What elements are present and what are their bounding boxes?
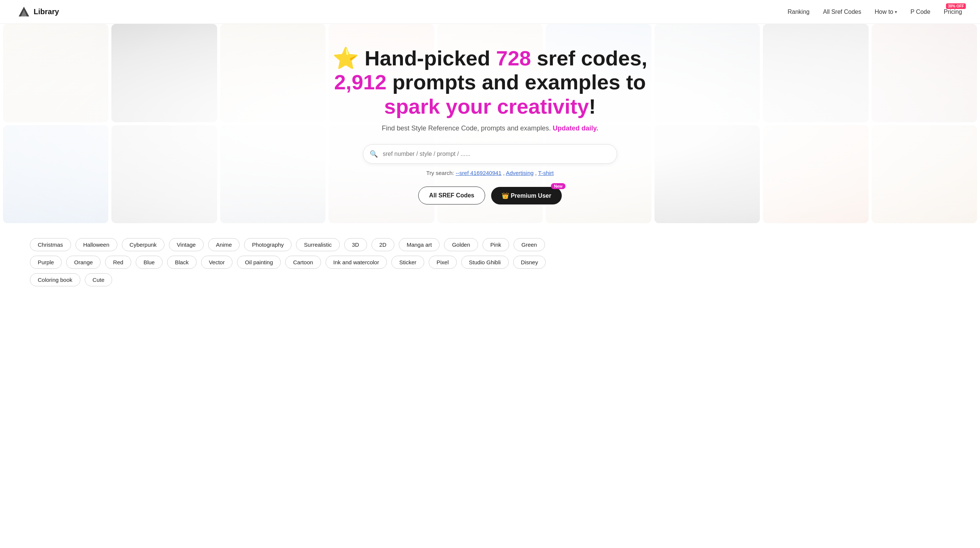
suggestion-advertising[interactable]: Advertising: [506, 170, 533, 176]
tag-black[interactable]: Black: [167, 256, 197, 269]
tag-cartoon[interactable]: Cartoon: [285, 256, 321, 269]
tag-orange[interactable]: Orange: [66, 256, 100, 269]
tag-pixel[interactable]: Pixel: [429, 256, 457, 269]
hero-subtext: Find best Style Reference Code, prompts …: [8, 124, 972, 132]
tag-halloween[interactable]: Halloween: [75, 238, 117, 251]
logo-link[interactable]: Library: [18, 6, 59, 18]
tag-christmas[interactable]: Christmas: [30, 238, 71, 251]
nav-item-all-sref[interactable]: All Sref Codes: [823, 9, 861, 15]
nav-item-ranking[interactable]: Ranking: [788, 9, 810, 15]
chevron-down-icon: ▾: [895, 10, 897, 14]
tag-golden[interactable]: Golden: [444, 238, 478, 251]
tag-purple[interactable]: Purple: [30, 256, 62, 269]
tag-pink[interactable]: Pink: [482, 238, 509, 251]
tags-row-1: Christmas Halloween Cyberpunk Vintage An…: [30, 238, 950, 251]
headline-end: prompts and examples to: [387, 70, 646, 94]
tag-photography[interactable]: Photography: [244, 238, 291, 251]
tag-2d[interactable]: 2D: [372, 238, 394, 251]
nav-item-p-code[interactable]: P Code: [910, 9, 930, 15]
nav-links: Ranking All Sref Codes How to ▾ P Code P…: [788, 9, 962, 15]
headline-mid: sref codes,: [531, 46, 648, 70]
hero-section: ⭐ Hand-picked 728 sref codes, 2,912 prom…: [0, 24, 980, 223]
star-emoji: ⭐: [332, 46, 359, 70]
hero-content: ⭐ Hand-picked 728 sref codes, 2,912 prom…: [0, 46, 980, 204]
logo-text: Library: [33, 8, 59, 16]
suggestion-sref[interactable]: --sref 4169240941: [456, 170, 501, 176]
tag-blue[interactable]: Blue: [136, 256, 162, 269]
tag-disney[interactable]: Disney: [513, 256, 546, 269]
tag-coloring-book[interactable]: Coloring book: [30, 273, 80, 286]
tag-red[interactable]: Red: [105, 256, 131, 269]
discount-badge: 30% OFF: [946, 3, 966, 9]
tag-vintage[interactable]: Vintage: [169, 238, 204, 251]
nav-item-how-to[interactable]: How to ▾: [875, 9, 897, 15]
tag-green[interactable]: Green: [514, 238, 545, 251]
search-icon: 🔍: [370, 150, 378, 158]
tag-vector[interactable]: Vector: [201, 256, 233, 269]
tag-cyberpunk[interactable]: Cyberpunk: [122, 238, 165, 251]
spark-text: spark your creativity: [384, 95, 589, 118]
tag-ink-watercolor[interactable]: Ink and watercolor: [326, 256, 387, 269]
tag-anime[interactable]: Anime: [208, 238, 240, 251]
search-suggestions: Try search: --sref 4169240941 , Advertis…: [8, 170, 972, 176]
suggestion-tshirt[interactable]: T-shirt: [538, 170, 554, 176]
tag-cute[interactable]: Cute: [85, 273, 113, 286]
premium-button[interactable]: 👑 Premium User New: [491, 187, 562, 204]
sref-count: 728: [496, 46, 531, 70]
tag-manga-art[interactable]: Manga art: [399, 238, 440, 251]
hero-buttons: All SREF Codes 👑 Premium User New: [8, 186, 972, 204]
tag-3d[interactable]: 3D: [344, 238, 367, 251]
try-search-label: Try search:: [426, 170, 454, 176]
tag-oil-painting[interactable]: Oil painting: [237, 256, 281, 269]
tags-row-3: Coloring book Cute: [30, 273, 950, 286]
hero-headline: ⭐ Hand-picked 728 sref codes, 2,912 prom…: [329, 46, 651, 118]
logo-icon: [18, 6, 30, 18]
all-sref-button[interactable]: All SREF Codes: [418, 186, 485, 204]
search-container: 🔍: [363, 144, 617, 164]
navbar: Library Ranking All Sref Codes How to ▾ …: [0, 0, 980, 24]
tags-section: Christmas Halloween Cyberpunk Vintage An…: [0, 223, 980, 309]
tag-studio-ghibli[interactable]: Studio Ghibli: [461, 256, 509, 269]
tags-row-2: Purple Orange Red Blue Black Vector Oil …: [30, 256, 950, 269]
search-input[interactable]: [363, 144, 617, 164]
nav-item-pricing[interactable]: Pricing 30% OFF: [944, 9, 962, 15]
exclaim: !: [589, 95, 596, 118]
updated-label: Updated daily.: [553, 124, 598, 132]
tag-surrealistic[interactable]: Surrealistic: [296, 238, 339, 251]
headline-prefix: Hand-picked: [365, 46, 496, 70]
prompts-count: 2,912: [334, 70, 387, 94]
new-badge: New: [551, 183, 565, 189]
tag-sticker[interactable]: Sticker: [391, 256, 424, 269]
